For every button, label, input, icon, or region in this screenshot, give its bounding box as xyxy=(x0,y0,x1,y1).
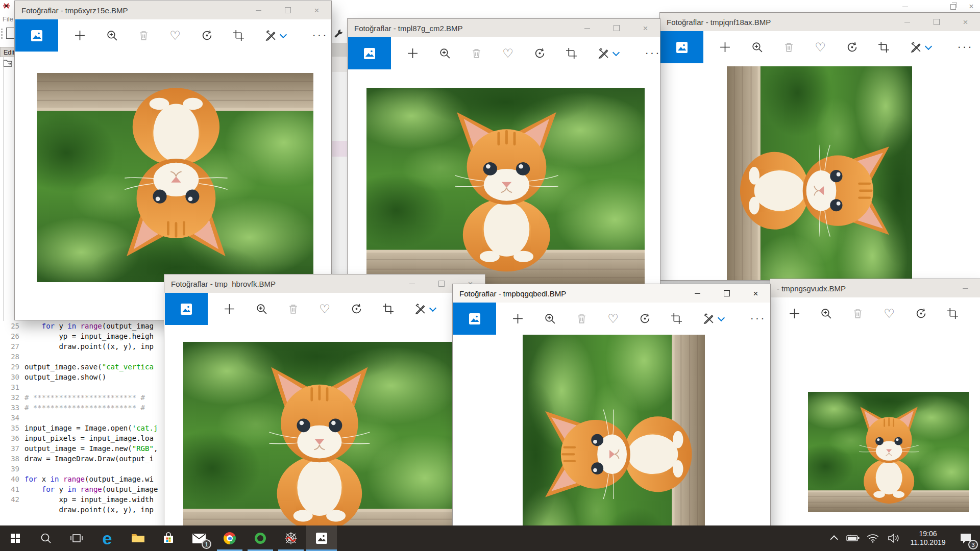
taskbar-spyder-button[interactable] xyxy=(276,525,306,551)
title-bar[interactable]: Fotoğraflar - tmpl87g_cm2.BMP × xyxy=(348,19,660,37)
maximize-button[interactable] xyxy=(922,13,951,31)
wifi-status[interactable] xyxy=(863,525,883,551)
close-button[interactable]: × xyxy=(631,19,660,37)
new-file-icon[interactable] xyxy=(6,28,15,39)
taskbar-edge-button[interactable]: e xyxy=(92,525,122,551)
favorite-button[interactable]: ♡ xyxy=(164,19,186,52)
add-to-button[interactable] xyxy=(783,297,805,330)
bg-window-minimize-button[interactable] xyxy=(897,2,913,11)
menu-file[interactable]: File xyxy=(3,15,13,23)
photos-logo-button[interactable] xyxy=(348,37,391,69)
taskbar-taskview-button[interactable] xyxy=(61,525,92,551)
close-button[interactable]: × xyxy=(302,1,331,19)
taskbar-explorer-button[interactable] xyxy=(122,525,153,551)
trash-icon xyxy=(471,47,482,59)
edit-button[interactable] xyxy=(260,19,290,52)
maximize-button[interactable] xyxy=(712,284,741,303)
favorite-button[interactable]: ♡ xyxy=(602,303,624,335)
edit-button[interactable] xyxy=(409,293,440,325)
delete-button[interactable] xyxy=(777,31,800,63)
delete-button[interactable] xyxy=(465,37,487,69)
rotate-button[interactable] xyxy=(345,293,368,325)
photos-logo-button[interactable] xyxy=(660,31,703,63)
minimize-button[interactable] xyxy=(683,284,712,303)
tray-expand-button[interactable] xyxy=(826,525,843,551)
action-center-button[interactable]: 3 xyxy=(951,525,980,551)
maximize-button[interactable] xyxy=(602,19,631,37)
minimize-button[interactable] xyxy=(398,274,427,293)
maximize-button[interactable] xyxy=(427,274,456,293)
add-to-button[interactable] xyxy=(401,37,424,69)
volume-status[interactable] xyxy=(883,525,904,551)
title-bar[interactable]: Fotoğraflar - tmp_hbrovfk.BMP × xyxy=(164,274,485,293)
favorite-button[interactable]: ♡ xyxy=(809,31,831,63)
bg-window-close-button[interactable]: × xyxy=(964,2,979,11)
zoom-button[interactable] xyxy=(746,31,768,63)
taskbar-clock[interactable]: 19:06 11.10.2019 xyxy=(904,525,951,551)
photos-logo-button[interactable] xyxy=(165,293,208,325)
taskbar-mail-button[interactable]: 1 xyxy=(184,525,214,551)
delete-button[interactable] xyxy=(570,303,593,335)
title-bar[interactable]: Fotoğraflar - tmp6xyrz15e.BMP × xyxy=(15,1,331,19)
crop-button[interactable] xyxy=(377,293,399,325)
photos-logo-button[interactable] xyxy=(15,19,58,52)
delete-button[interactable] xyxy=(132,19,155,52)
zoom-button[interactable] xyxy=(538,303,561,335)
delete-button[interactable] xyxy=(846,297,869,330)
zoom-button[interactable] xyxy=(101,19,123,52)
see-more-button[interactable]: ··· xyxy=(642,37,664,69)
zoom-button[interactable] xyxy=(433,37,456,69)
add-to-button[interactable] xyxy=(506,303,529,335)
minimize-button[interactable] xyxy=(893,13,922,31)
crop-icon xyxy=(233,30,244,41)
add-to-button[interactable] xyxy=(218,293,240,325)
taskbar-search-button[interactable] xyxy=(31,525,61,551)
photos-logo-button[interactable] xyxy=(453,303,496,335)
maximize-button[interactable] xyxy=(273,1,302,19)
crop-button[interactable] xyxy=(665,303,688,335)
close-button[interactable]: × xyxy=(741,284,770,303)
edit-button[interactable] xyxy=(698,303,728,335)
rotate-button[interactable] xyxy=(195,19,218,52)
favorite-button[interactable]: ♡ xyxy=(313,293,336,325)
title-bar[interactable]: - tmpngsgvudx.BMP × xyxy=(770,279,980,297)
taskbar-anaconda-button[interactable] xyxy=(245,525,276,551)
rotate-button[interactable] xyxy=(841,31,863,63)
crop-button[interactable] xyxy=(872,31,895,63)
crop-button[interactable] xyxy=(227,19,250,52)
photos-window-tmpjqnf18ax: Fotoğraflar - tmpjqnf18ax.BMP × ♡ xyxy=(660,13,980,280)
delete-button[interactable] xyxy=(282,293,304,325)
code-editor[interactable]: 25 for y in range(output_imag26 yp = inp… xyxy=(0,321,166,525)
zoom-button[interactable] xyxy=(815,297,837,330)
bg-window-restore-button[interactable] xyxy=(945,2,961,11)
add-to-button[interactable] xyxy=(68,19,91,52)
taskbar-store-button[interactable] xyxy=(153,525,184,551)
taskbar-chrome-button[interactable] xyxy=(214,525,245,551)
see-more-button[interactable]: ··· xyxy=(747,303,769,335)
title-bar[interactable]: Fotoğraflar - tmpjqnf18ax.BMP × xyxy=(660,13,980,31)
rotate-button[interactable] xyxy=(528,37,551,69)
minimize-button[interactable] xyxy=(573,19,602,37)
battery-status[interactable] xyxy=(843,525,863,551)
see-more-button[interactable]: ··· xyxy=(309,19,331,52)
zoom-button[interactable] xyxy=(250,293,273,325)
wrench-icon[interactable] xyxy=(333,28,344,39)
crop-button[interactable] xyxy=(941,297,964,330)
add-to-button[interactable] xyxy=(714,31,736,63)
folder-icon[interactable] xyxy=(3,59,12,67)
close-button[interactable]: × xyxy=(951,13,980,31)
see-more-button[interactable]: ··· xyxy=(954,31,976,63)
crop-button[interactable] xyxy=(560,37,582,69)
favorite-button[interactable]: ♡ xyxy=(497,37,519,69)
photo-canvas xyxy=(453,335,770,551)
edit-button[interactable] xyxy=(905,31,936,63)
minimize-button[interactable] xyxy=(951,279,980,297)
taskbar-start-button[interactable] xyxy=(0,525,31,551)
taskbar-photos-button[interactable] xyxy=(306,525,337,551)
rotate-button[interactable] xyxy=(910,297,932,330)
minimize-button[interactable] xyxy=(244,1,273,19)
rotate-button[interactable] xyxy=(633,303,656,335)
favorite-button[interactable]: ♡ xyxy=(878,297,900,330)
edit-button[interactable] xyxy=(593,37,623,69)
title-bar[interactable]: Fotoğraflar - tmpbqgqbedl.BMP × xyxy=(453,284,770,303)
